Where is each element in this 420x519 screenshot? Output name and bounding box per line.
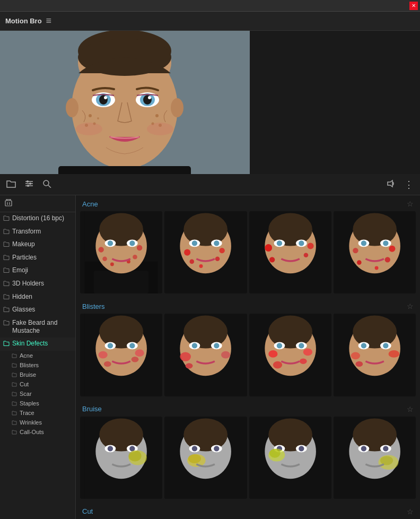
svg-point-47 — [108, 240, 113, 246]
sub-item-callouts[interactable]: Call-Outs — [0, 427, 75, 437]
thumb-bruise-3[interactable] — [249, 417, 331, 499]
thumb-blister-2[interactable] — [164, 314, 247, 396]
svg-point-65 — [190, 260, 195, 264]
sidebar-item-fake-beard[interactable]: Fake Beard and Mustache — [0, 317, 75, 338]
sidebar-item-emoji[interactable]: Emoji — [0, 264, 75, 278]
svg-point-130 — [351, 352, 360, 360]
sidebar-item-label: 3D Holders — [12, 280, 44, 288]
svg-point-62 — [214, 240, 219, 246]
close-button[interactable]: ✕ — [409, 2, 418, 10]
sidebar-item-distortion[interactable]: Distortion (16 bpc) — [0, 212, 75, 226]
svg-point-25 — [147, 123, 173, 135]
sub-item-label: Scar — [20, 391, 32, 397]
svg-point-131 — [388, 350, 399, 358]
blisters-thumb-grid — [76, 314, 420, 400]
star-icon[interactable]: ☆ — [407, 405, 414, 413]
sidebar-item-label: Glasses — [12, 306, 35, 314]
svg-point-162 — [353, 418, 397, 451]
svg-point-60 — [192, 240, 197, 246]
star-icon[interactable]: ☆ — [407, 302, 414, 310]
thumb-bruise-1[interactable] — [80, 417, 162, 499]
sub-item-label: Trace — [20, 410, 34, 416]
svg-point-66 — [215, 256, 220, 261]
thumb-bruise-4[interactable] — [334, 417, 416, 499]
svg-point-29 — [27, 180, 29, 183]
svg-point-106 — [192, 343, 197, 348]
svg-point-119 — [268, 350, 277, 358]
svg-point-166 — [383, 446, 388, 451]
svg-rect-35 — [5, 201, 12, 206]
sub-item-wrinkles[interactable]: Wrinkles — [0, 418, 75, 427]
sub-item-acne[interactable]: Acne — [0, 351, 75, 360]
search-icon[interactable] — [40, 177, 54, 192]
category-acne: Acne ☆ — [76, 195, 420, 298]
sub-item-label: Acne — [20, 352, 33, 359]
svg-point-54 — [110, 263, 114, 266]
sidebar-item-glasses[interactable]: Glasses — [0, 304, 75, 317]
sub-item-label: Cut — [20, 381, 29, 387]
sidebar-item-hidden[interactable]: Hidden — [0, 291, 75, 304]
svg-point-132 — [355, 361, 363, 367]
category-header-cut: Cut ☆ — [76, 503, 420, 519]
volume-icon[interactable] — [384, 177, 398, 192]
menu-icon[interactable]: ≡ — [46, 15, 52, 27]
sub-item-trace[interactable]: Trace — [0, 408, 75, 418]
app-title: Motion Bro — [5, 17, 42, 25]
thumb-acne-1[interactable] — [80, 211, 162, 293]
category-header-acne: Acne ☆ — [76, 195, 420, 211]
svg-point-10 — [104, 96, 107, 99]
svg-point-19 — [155, 114, 159, 117]
category-bruise: Bruise ☆ — [76, 401, 420, 503]
category-header-bruise: Bruise ☆ — [76, 401, 420, 417]
sidebar-item-label: Transform — [12, 228, 41, 236]
thumb-acne-2[interactable] — [164, 211, 247, 293]
sub-item-blisters[interactable]: Blisters — [0, 360, 75, 370]
sub-item-staples[interactable]: Staples — [0, 399, 75, 408]
sub-item-label: Call-Outs — [20, 429, 44, 435]
sidebar-item-makeup[interactable]: Makeup — [0, 238, 75, 252]
svg-point-89 — [384, 257, 390, 262]
sub-item-scar[interactable]: Scar — [0, 389, 75, 399]
svg-point-118 — [299, 343, 304, 348]
folder-icon — [3, 228, 10, 237]
svg-point-164 — [361, 446, 366, 451]
sidebar-item-transform[interactable]: Transform — [0, 226, 75, 239]
thumb-blister-1[interactable] — [80, 314, 162, 396]
sidebar-item-particles[interactable]: Particles — [0, 252, 75, 265]
svg-point-76 — [307, 243, 313, 249]
svg-point-141 — [128, 450, 141, 461]
star-icon[interactable]: ☆ — [407, 200, 414, 208]
thumb-blister-3[interactable] — [249, 314, 331, 396]
sliders-icon[interactable] — [22, 177, 36, 192]
sidebar-item-skin-defects[interactable]: Skin Defects — [0, 338, 75, 351]
svg-point-157 — [299, 446, 304, 451]
svg-point-51 — [137, 245, 142, 250]
more-options-icon[interactable]: ⋮ — [402, 177, 416, 193]
svg-point-63 — [184, 249, 190, 256]
folder-icon — [3, 340, 10, 349]
svg-point-90 — [374, 266, 378, 270]
folder-icon — [3, 254, 10, 263]
svg-point-95 — [108, 343, 113, 348]
thumb-bruise-2[interactable] — [164, 417, 247, 499]
thumb-acne-4[interactable] — [334, 211, 416, 293]
folder-icon[interactable] — [4, 177, 18, 192]
sidebar-item-3d-holders[interactable]: 3D Holders — [0, 278, 75, 291]
thumb-blister-4[interactable] — [334, 314, 416, 396]
svg-point-168 — [380, 456, 393, 465]
sub-item-bruise[interactable]: Bruise — [0, 370, 75, 379]
sidebar-item-label: Distortion (16 bpc) — [12, 214, 64, 223]
svg-point-146 — [192, 446, 197, 451]
svg-point-150 — [188, 454, 201, 463]
svg-point-15 — [89, 114, 92, 117]
star-icon[interactable]: ☆ — [407, 507, 414, 516]
svg-point-101 — [132, 357, 139, 362]
folder-icon — [3, 293, 10, 302]
svg-point-137 — [108, 446, 113, 451]
sub-item-cut[interactable]: Cut — [0, 379, 75, 389]
svg-point-78 — [303, 253, 308, 257]
thumb-acne-3[interactable] — [249, 211, 331, 293]
svg-point-72 — [276, 240, 282, 246]
sub-item-label: Blisters — [20, 362, 39, 368]
delete-icon[interactable] — [4, 200, 13, 209]
